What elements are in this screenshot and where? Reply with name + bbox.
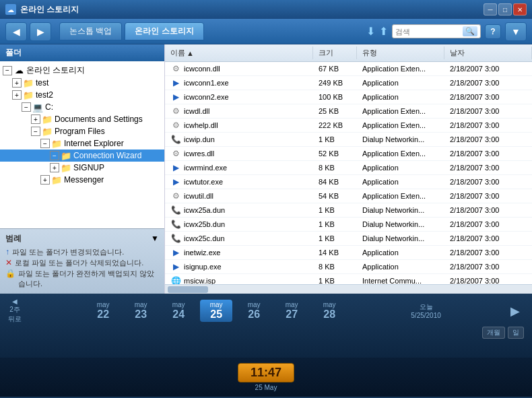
file-type: Application bbox=[357, 248, 444, 257]
col-header-name[interactable]: 이름 ▲ bbox=[165, 46, 313, 59]
file-row[interactable]: ⚙icwhelp.dll222 KBApplication Exten...2/… bbox=[165, 119, 532, 133]
forward-button[interactable]: ▶ bbox=[30, 22, 51, 41]
tree-expand-icon[interactable]: + bbox=[12, 78, 22, 88]
tab-online-storage[interactable]: 온라인 스토리지 bbox=[125, 22, 203, 40]
close-button[interactable]: ✕ bbox=[513, 3, 527, 15]
tree-folder-icon: ☁ bbox=[13, 65, 24, 76]
file-row[interactable]: ▶icwtutor.exe84 KBApplication2/18/2007 3… bbox=[165, 175, 532, 189]
file-row[interactable]: ⚙icwdl.dll25 KBApplication Exten...2/18/… bbox=[165, 104, 532, 119]
col-header-date[interactable]: 날자 bbox=[444, 46, 532, 59]
view-month-button[interactable]: 개월 bbox=[482, 327, 505, 339]
back-button[interactable]: ◀ bbox=[5, 22, 27, 41]
minimize-button[interactable]: ─ bbox=[484, 3, 497, 15]
timeline-day[interactable]: may25 bbox=[200, 300, 232, 322]
tab-backup[interactable]: 논스톱 백업 bbox=[59, 22, 122, 40]
toolbar-right: ⬇ ⬆ 🔍 ? ▼ bbox=[366, 22, 527, 41]
clock-date: 25 May bbox=[255, 384, 277, 391]
timeline-day[interactable]: may23 bbox=[125, 301, 157, 321]
file-type-icon: 📞 bbox=[170, 233, 181, 244]
search-button[interactable]: 🔍 bbox=[463, 26, 477, 36]
help-button[interactable]: ? bbox=[485, 24, 501, 39]
horizontal-scrollbar[interactable] bbox=[165, 284, 532, 294]
file-row[interactable]: ⚙icwutil.dll54 KBApplication Exten...2/1… bbox=[165, 189, 532, 203]
tree-item[interactable]: +📁test2 bbox=[0, 89, 164, 101]
tree-item[interactable]: −📁Program Files bbox=[0, 125, 164, 137]
file-row[interactable]: ▶isignup.exe8 KBApplication2/18/2007 3:0… bbox=[165, 260, 532, 274]
file-name: icwx25b.dun bbox=[184, 220, 225, 228]
col-header-size[interactable]: 크기 bbox=[313, 46, 357, 59]
file-date: 2/18/2007 3:00 bbox=[444, 106, 532, 116]
search-input[interactable] bbox=[395, 28, 463, 36]
timeline-day[interactable]: may26 bbox=[238, 301, 270, 321]
file-size: 249 KB bbox=[313, 78, 357, 88]
clock-display: 11:47 bbox=[238, 363, 294, 383]
tree-item[interactable]: +📁SIGNUP bbox=[0, 162, 164, 174]
timeline-day[interactable]: may28 bbox=[313, 301, 345, 321]
menu-button[interactable]: ▼ bbox=[505, 22, 527, 41]
file-date: 2/18/2007 3:00 bbox=[444, 234, 532, 243]
tree-expand-icon[interactable]: − bbox=[3, 66, 12, 75]
file-row[interactable]: 📞icwx25b.dun1 KBDialup Networkin...2/18/… bbox=[165, 218, 532, 232]
file-type-icon: ▶ bbox=[170, 261, 181, 272]
file-row[interactable]: ▶icwrmind.exe8 KBApplication2/18/2007 3:… bbox=[165, 161, 532, 175]
file-row[interactable]: ⚙icwconn.dll67 KBApplication Exten...2/1… bbox=[165, 62, 532, 76]
file-row[interactable]: ▶icwconn2.exe100 KBApplication2/18/2007 … bbox=[165, 90, 532, 104]
tree-item[interactable]: +📁Documents and Settings bbox=[0, 113, 164, 125]
file-row[interactable]: ▶inetwiz.exe14 KBApplication2/18/2007 3:… bbox=[165, 246, 532, 260]
view-day-button[interactable]: 일 bbox=[508, 327, 524, 339]
file-name-cell: ⚙icwres.dll bbox=[165, 147, 313, 160]
file-name: msicw.isp bbox=[184, 277, 215, 284]
tree-expand-icon[interactable]: − bbox=[50, 151, 59, 160]
file-date: 2/18/2007 3:00 bbox=[444, 205, 532, 215]
legend-title: 범례 bbox=[5, 233, 22, 244]
file-type-icon: 📞 bbox=[170, 205, 181, 215]
tree-expand-icon[interactable]: + bbox=[12, 90, 22, 100]
timeline-day[interactable]: may27 bbox=[275, 301, 308, 321]
timeline-day[interactable]: may24 bbox=[162, 301, 195, 321]
file-type: Dialup Networkin... bbox=[357, 220, 444, 229]
file-size: 1 KB bbox=[313, 220, 357, 229]
col-header-type[interactable]: 유형 bbox=[357, 46, 444, 59]
tree-item[interactable]: +📁Messenger bbox=[0, 174, 164, 186]
timeline-days: may22may23may24may25may26may27may28 bbox=[87, 300, 345, 322]
sidebar-header: 폴더 bbox=[0, 44, 164, 61]
timeline-forward-button[interactable]: ▶ bbox=[506, 304, 524, 319]
file-type-icon: ⚙ bbox=[170, 63, 181, 74]
file-row[interactable]: ⚙icwres.dll52 KBApplication Exten...2/18… bbox=[165, 147, 532, 161]
file-type-icon: ⚙ bbox=[170, 106, 181, 117]
today-label: 오늘 5/25/2010 bbox=[411, 302, 441, 319]
day-month: may bbox=[323, 301, 336, 308]
file-name: icwutil.dll bbox=[184, 192, 213, 200]
file-date: 2/18/2007 3:00 bbox=[444, 92, 532, 102]
file-row[interactable]: 📞icwx25c.dun1 KBDialup Networkin...2/18/… bbox=[165, 232, 532, 246]
file-name: icwdl.dll bbox=[184, 107, 210, 115]
maximize-button[interactable]: □ bbox=[498, 3, 512, 15]
tree-expand-icon[interactable]: + bbox=[40, 175, 50, 185]
tree-item-label: 온라인 스토리지 bbox=[26, 65, 85, 76]
legend-toggle[interactable]: ▼ bbox=[151, 234, 159, 243]
file-date: 2/18/2007 3:00 bbox=[444, 163, 532, 172]
tree-expand-icon[interactable]: + bbox=[31, 114, 40, 124]
file-row[interactable]: 📞icwx25a.dun1 KBDialup Networkin...2/18/… bbox=[165, 203, 532, 218]
tree-item[interactable]: −📁Connection Wizard bbox=[0, 150, 164, 162]
file-row[interactable]: 🌐msicw.isp1 KBInternet Commu...2/18/2007… bbox=[165, 274, 532, 284]
timeline-day[interactable]: may22 bbox=[87, 301, 119, 321]
tree-folder-icon: 📁 bbox=[42, 114, 53, 125]
file-size: 222 KB bbox=[313, 121, 357, 130]
tree-item-label: test2 bbox=[36, 90, 53, 100]
sidebar: 폴더 −☁온라인 스토리지+📁test+📁test2−💻C:+📁Document… bbox=[0, 44, 165, 294]
tree-expand-icon[interactable]: + bbox=[50, 163, 59, 172]
file-name: icwconn2.exe bbox=[184, 93, 229, 101]
tree-item[interactable]: +📁test bbox=[0, 77, 164, 89]
file-row[interactable]: 📞icwip.dun1 KBDialup Networkin...2/18/20… bbox=[165, 133, 532, 147]
tree-expand-icon[interactable]: − bbox=[31, 127, 40, 136]
tree-item[interactable]: −💻C: bbox=[0, 101, 164, 113]
download-icon: ⬇ bbox=[366, 25, 375, 38]
file-type: Application Exten... bbox=[357, 191, 444, 201]
tree-expand-icon[interactable]: − bbox=[40, 139, 50, 148]
tree-item[interactable]: −📁Internet Explorer bbox=[0, 137, 164, 150]
timeline-back-button[interactable]: ◀ 2주 뒤로 bbox=[8, 298, 22, 324]
tree-item[interactable]: −☁온라인 스토리지 bbox=[0, 64, 164, 77]
file-row[interactable]: ▶icwconn1.exe249 KBApplication2/18/2007 … bbox=[165, 76, 532, 90]
tree-expand-icon[interactable]: − bbox=[22, 102, 31, 112]
